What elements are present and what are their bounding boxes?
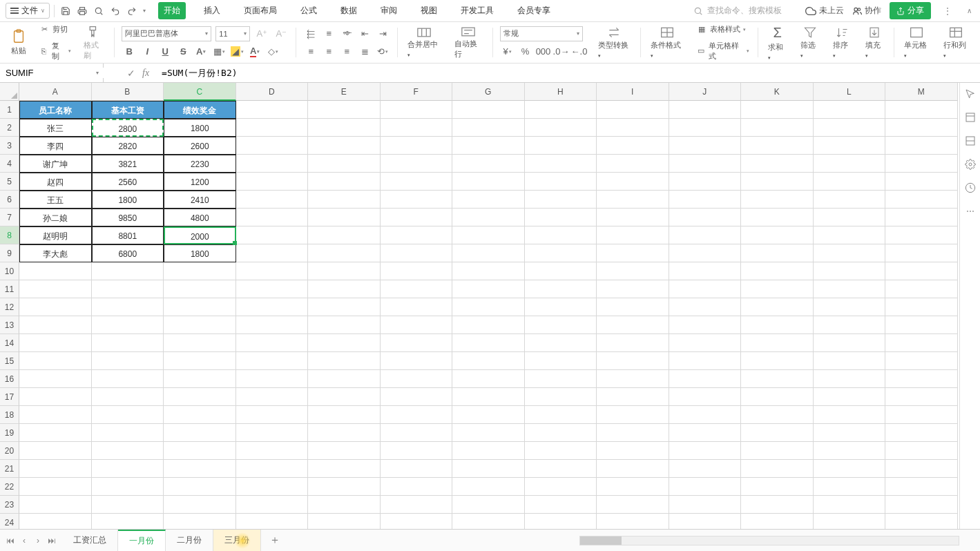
qat-more-icon[interactable]: ▾ xyxy=(143,8,146,14)
cell[interactable] xyxy=(525,101,597,119)
cell[interactable] xyxy=(885,226,958,244)
cell[interactable] xyxy=(525,191,597,209)
cell[interactable] xyxy=(92,514,164,529)
cell[interactable] xyxy=(669,388,742,406)
cell[interactable] xyxy=(525,298,597,316)
cell[interactable] xyxy=(525,442,597,460)
cell[interactable] xyxy=(164,262,236,280)
cell[interactable] xyxy=(814,334,886,352)
cell[interactable] xyxy=(452,173,525,191)
cell[interactable] xyxy=(236,478,309,496)
cell[interactable] xyxy=(236,209,309,226)
cell[interactable] xyxy=(525,388,597,406)
rows-cols-button[interactable]: 行和列 ▾ xyxy=(941,26,972,59)
cell[interactable] xyxy=(452,137,525,155)
fill-color-button[interactable]: ◢ xyxy=(229,44,244,59)
cell[interactable] xyxy=(597,280,669,298)
cell[interactable] xyxy=(452,298,525,316)
cell[interactable] xyxy=(741,173,814,191)
cell[interactable] xyxy=(19,334,92,352)
cell[interactable] xyxy=(597,442,669,460)
redo-icon[interactable] xyxy=(126,6,137,17)
cell[interactable] xyxy=(164,406,236,424)
cell[interactable] xyxy=(308,101,381,119)
cell[interactable] xyxy=(92,478,164,496)
file-menu-button[interactable]: 文件 ∨ xyxy=(6,3,50,19)
cell[interactable] xyxy=(19,298,92,316)
cell[interactable] xyxy=(92,262,164,280)
column-header[interactable]: L xyxy=(814,83,886,101)
cell[interactable]: 1800 xyxy=(92,191,164,209)
increase-decimal-icon[interactable]: .0→ xyxy=(554,44,569,59)
cell[interactable] xyxy=(164,478,236,496)
cell[interactable] xyxy=(164,298,236,316)
cell[interactable] xyxy=(814,460,886,478)
cell[interactable] xyxy=(597,137,669,155)
cell[interactable] xyxy=(525,173,597,191)
cell[interactable] xyxy=(236,370,309,388)
cell[interactable] xyxy=(669,334,742,352)
cell[interactable]: 3821 xyxy=(92,155,164,173)
cell[interactable] xyxy=(814,316,886,334)
cell[interactable] xyxy=(92,280,164,298)
cell[interactable] xyxy=(381,155,453,173)
cell[interactable] xyxy=(597,334,669,352)
cell[interactable] xyxy=(885,173,958,191)
cell[interactable] xyxy=(741,316,814,334)
cell[interactable] xyxy=(669,191,742,209)
cell[interactable] xyxy=(669,460,742,478)
sort-button[interactable]: 排序 ▾ xyxy=(830,26,854,59)
cell[interactable] xyxy=(308,406,381,424)
cell[interactable] xyxy=(814,226,886,244)
row-header[interactable]: 3 xyxy=(0,137,19,155)
cell[interactable] xyxy=(236,388,309,406)
cut-button[interactable]: ✂剪切 xyxy=(37,23,73,37)
cell[interactable] xyxy=(741,101,814,119)
row-header[interactable]: 8 xyxy=(0,226,19,244)
tab-next-icon[interactable]: › xyxy=(32,534,44,547)
horizontal-scrollbar[interactable] xyxy=(579,536,959,545)
column-header[interactable]: D xyxy=(236,83,309,101)
cell[interactable] xyxy=(308,155,381,173)
cell[interactable] xyxy=(814,478,886,496)
cell[interactable] xyxy=(164,388,236,406)
cell[interactable] xyxy=(525,424,597,442)
cell[interactable] xyxy=(92,424,164,442)
align-top-icon[interactable]: ⬱ xyxy=(303,26,318,41)
tab-review[interactable]: 审阅 xyxy=(375,2,403,19)
cell[interactable]: 赵明明 xyxy=(19,226,92,244)
cell[interactable]: 2600 xyxy=(164,137,236,155)
cell[interactable] xyxy=(597,316,669,334)
cell[interactable] xyxy=(814,191,886,209)
orientation-icon[interactable]: ⟲ xyxy=(375,44,390,59)
cell[interactable] xyxy=(669,442,742,460)
cell[interactable] xyxy=(236,226,309,244)
align-center-icon[interactable]: ≡ xyxy=(321,44,336,59)
column-header[interactable]: I xyxy=(597,83,669,101)
font-effects-button[interactable]: A xyxy=(193,44,209,59)
row-header[interactable]: 17 xyxy=(0,388,19,406)
cell[interactable] xyxy=(308,262,381,280)
filter-button[interactable]: 筛选 ▾ xyxy=(798,26,822,59)
cell[interactable] xyxy=(308,316,381,334)
cell[interactable] xyxy=(381,352,453,370)
cell[interactable] xyxy=(164,496,236,514)
scrollbar-thumb[interactable] xyxy=(580,536,622,545)
cell[interactable] xyxy=(381,514,453,529)
column-header[interactable]: E xyxy=(308,83,381,101)
paste-button[interactable]: 粘贴 xyxy=(8,29,29,56)
cell[interactable] xyxy=(814,280,886,298)
cell[interactable] xyxy=(452,352,525,370)
cell[interactable] xyxy=(308,442,381,460)
cell[interactable] xyxy=(597,101,669,119)
cell[interactable] xyxy=(164,442,236,460)
cell[interactable] xyxy=(741,352,814,370)
cell[interactable] xyxy=(236,173,309,191)
row-header[interactable]: 11 xyxy=(0,280,19,298)
cell[interactable] xyxy=(525,352,597,370)
cell[interactable] xyxy=(381,244,453,262)
cell[interactable] xyxy=(452,316,525,334)
cell[interactable] xyxy=(597,119,669,137)
cell[interactable] xyxy=(308,280,381,298)
row-header[interactable]: 22 xyxy=(0,478,19,496)
